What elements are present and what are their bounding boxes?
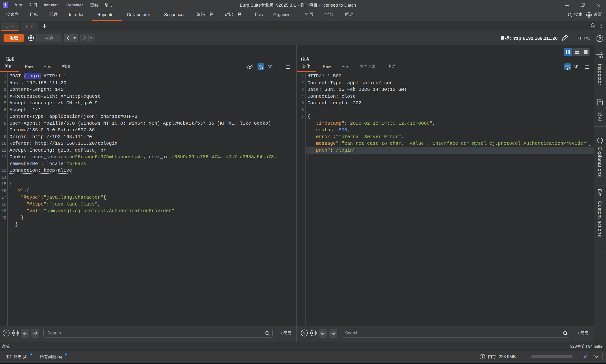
svg-text:?: ? [5,331,7,335]
svg-text:?: ? [599,36,601,41]
svg-text:?: ? [303,331,305,335]
